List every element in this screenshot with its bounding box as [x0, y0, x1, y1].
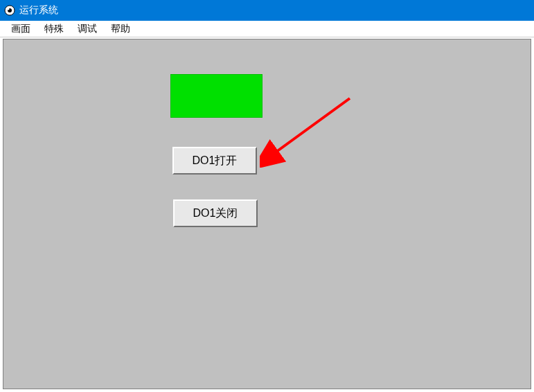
menu-screen[interactable]: 画面: [4, 21, 37, 37]
do1-open-button[interactable]: DO1打开: [172, 147, 257, 175]
titlebar: 运行系统: [0, 0, 534, 21]
svg-point-2: [8, 8, 10, 10]
svg-line-4: [274, 98, 350, 154]
do1-close-button[interactable]: DO1关闭: [173, 199, 258, 227]
canvas-area: DO1打开 DO1关闭: [3, 39, 531, 389]
menu-special[interactable]: 特殊: [37, 21, 71, 37]
menu-help[interactable]: 帮助: [104, 21, 137, 37]
status-indicator: [170, 74, 262, 118]
menu-debug[interactable]: 调试: [71, 21, 104, 37]
arrow-annotation-icon: [260, 91, 364, 168]
window-title: 运行系统: [19, 4, 58, 17]
menubar: 画面 特殊 调试 帮助: [0, 21, 534, 37]
app-icon: [4, 5, 15, 16]
